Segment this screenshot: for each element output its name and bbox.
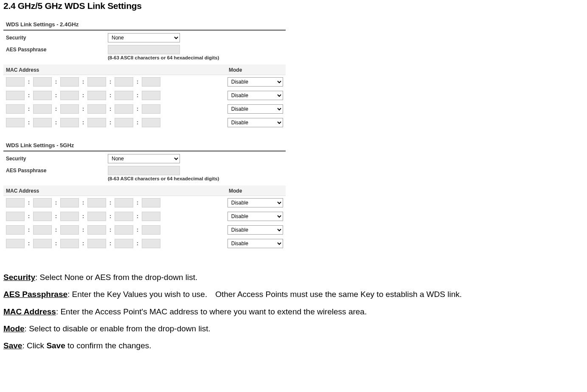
mode-select[interactable]: Disable <box>227 239 283 248</box>
mac-octet[interactable] <box>87 212 106 221</box>
mode-header: Mode <box>229 67 242 73</box>
aes-row: AES Passphrase (8-63 ASCII characters or… <box>3 42 286 60</box>
mac-address-header: MAC Address <box>6 67 229 73</box>
mac-row: ::::: Disable <box>3 196 286 210</box>
page-heading: 2.4 GHz/5 GHz WDS Link Settings <box>3 1 584 11</box>
mac-octet[interactable] <box>87 225 106 235</box>
aes-hint: (8-63 ASCII characters or 64 hexadecimal… <box>108 176 283 181</box>
mode-select[interactable]: Disable <box>227 104 283 114</box>
mac-octet[interactable] <box>33 118 52 127</box>
mac-octet[interactable] <box>115 239 133 248</box>
desc-security: Security: Select None or AES from the dr… <box>3 271 584 284</box>
aes-input[interactable] <box>108 166 180 175</box>
mac-octet[interactable] <box>142 212 160 221</box>
mac-row: ::::: Disable <box>3 102 286 116</box>
mac-octet[interactable] <box>6 212 25 221</box>
mac-octet[interactable] <box>60 239 79 248</box>
mac-octet[interactable] <box>115 77 133 87</box>
mac-octet[interactable] <box>6 77 25 87</box>
security-select[interactable]: None <box>108 33 180 42</box>
security-row: Security None <box>3 31 286 42</box>
mac-octet[interactable] <box>142 104 160 114</box>
mac-octet[interactable] <box>142 225 160 235</box>
mac-row: ::::: Disable <box>3 237 286 250</box>
mode-select[interactable]: Disable <box>227 91 283 100</box>
wds-panel-5ghz: WDS Link Settings - 5GHz Security None A… <box>3 139 286 250</box>
aes-hint: (8-63 ASCII characters or 64 hexadecimal… <box>108 55 283 60</box>
mac-octet[interactable] <box>142 198 160 207</box>
mac-octet[interactable] <box>60 77 79 87</box>
mac-octet[interactable] <box>6 104 25 114</box>
desc-mode: Mode: Select to disable or enable from t… <box>3 322 584 336</box>
panel-title: WDS Link Settings - 5GHz <box>6 142 74 148</box>
mac-octet[interactable] <box>115 212 133 221</box>
mode-select[interactable]: Disable <box>227 118 283 127</box>
aes-label: AES Passphrase <box>6 45 108 53</box>
mac-octet[interactable] <box>33 77 52 87</box>
mac-octet[interactable] <box>33 212 52 221</box>
aes-row: AES Passphrase (8-63 ASCII characters or… <box>3 163 286 181</box>
mac-octet[interactable] <box>33 239 52 248</box>
panel-header: WDS Link Settings - 5GHz <box>3 139 286 151</box>
mac-octet[interactable] <box>87 104 106 114</box>
mac-octet[interactable] <box>115 104 133 114</box>
security-select[interactable]: None <box>108 154 180 163</box>
mac-octet[interactable] <box>6 239 25 248</box>
mac-octet[interactable] <box>6 91 25 100</box>
mac-table-header: MAC Address Mode <box>3 64 286 75</box>
mac-octet[interactable] <box>60 91 79 100</box>
security-row: Security None <box>3 151 286 163</box>
mac-row: ::::: Disable <box>3 116 286 129</box>
mac-octet[interactable] <box>6 198 25 207</box>
mac-row: ::::: Disable <box>3 89 286 102</box>
mac-octet[interactable] <box>87 91 106 100</box>
aes-label: AES Passphrase <box>6 166 108 174</box>
panel-header: WDS Link Settings - 2.4GHz <box>3 18 286 31</box>
mac-octet[interactable] <box>115 198 133 207</box>
mac-octet[interactable] <box>87 198 106 207</box>
mac-octet[interactable] <box>6 118 25 127</box>
mac-octet[interactable] <box>87 118 106 127</box>
mac-octet[interactable] <box>142 91 160 100</box>
mac-octet[interactable] <box>142 239 160 248</box>
field-descriptions: Security: Select None or AES from the dr… <box>3 271 584 353</box>
wds-panel-24ghz: WDS Link Settings - 2.4GHz Security None… <box>3 18 286 129</box>
mac-table-header: MAC Address Mode <box>3 185 286 196</box>
desc-aes: AES Passphrase: Enter the Key Values you… <box>3 288 584 301</box>
mac-row: ::::: Disable <box>3 75 286 89</box>
mac-octet[interactable] <box>33 198 52 207</box>
mac-octet[interactable] <box>142 77 160 87</box>
mode-header: Mode <box>229 188 242 194</box>
panel-title: WDS Link Settings - 2.4GHz <box>6 21 79 28</box>
security-label: Security <box>6 33 108 41</box>
aes-input[interactable] <box>108 45 180 54</box>
mac-octet[interactable] <box>87 239 106 248</box>
mac-row: ::::: Disable <box>3 210 286 223</box>
desc-mac: MAC Address: Enter the Access Point's MA… <box>3 305 584 319</box>
mac-octet[interactable] <box>142 118 160 127</box>
mac-octet[interactable] <box>33 91 52 100</box>
mac-octet[interactable] <box>6 225 25 235</box>
mac-octet[interactable] <box>115 91 133 100</box>
mode-select[interactable]: Disable <box>227 212 283 221</box>
mac-address-header: MAC Address <box>6 188 229 194</box>
mac-octet[interactable] <box>60 212 79 221</box>
mac-octet[interactable] <box>87 77 106 87</box>
mac-row: ::::: Disable <box>3 223 286 237</box>
mode-select[interactable]: Disable <box>227 198 283 207</box>
mac-octet[interactable] <box>33 104 52 114</box>
mac-octet[interactable] <box>115 118 133 127</box>
mac-octet[interactable] <box>60 225 79 235</box>
desc-save: Save: Click Save to confirm the changes. <box>3 339 584 353</box>
mode-select[interactable]: Disable <box>227 225 283 235</box>
mac-octet[interactable] <box>60 104 79 114</box>
mac-octet[interactable] <box>60 198 79 207</box>
mac-octet[interactable] <box>33 225 52 235</box>
mac-octet[interactable] <box>115 225 133 235</box>
mac-octet[interactable] <box>60 118 79 127</box>
mode-select[interactable]: Disable <box>227 77 283 87</box>
security-label: Security <box>6 154 108 162</box>
